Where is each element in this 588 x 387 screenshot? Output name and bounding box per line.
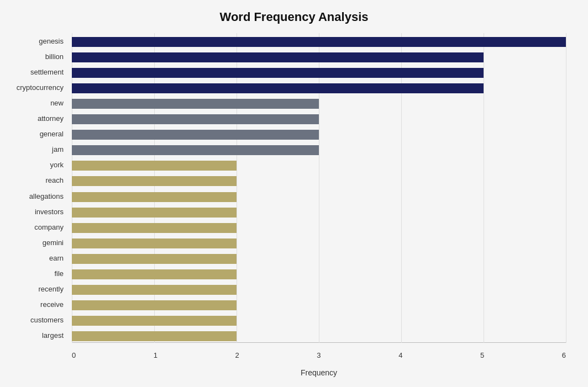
- bar-fill: [72, 130, 319, 140]
- bar-fill: [72, 99, 319, 109]
- y-label: genesis: [39, 37, 64, 45]
- gridline: [72, 33, 72, 343]
- y-label: customers: [30, 315, 64, 324]
- bar-fill: [72, 223, 237, 233]
- y-label: receive: [40, 300, 64, 308]
- y-label: earn: [49, 253, 64, 262]
- bar-row: [72, 315, 566, 327]
- y-label: allegations: [29, 192, 64, 200]
- y-label: general: [40, 130, 64, 138]
- y-label: reach: [45, 176, 64, 184]
- gridline: [319, 33, 319, 343]
- y-label: settlement: [30, 68, 64, 76]
- bar-row: [72, 67, 566, 79]
- bar-row: [72, 253, 566, 265]
- gridline: [484, 33, 484, 343]
- bar-fill: [72, 300, 237, 310]
- bar-fill: [72, 254, 237, 264]
- gridline: [237, 33, 237, 343]
- bar-fill: [72, 331, 237, 341]
- bar-row: [72, 299, 566, 311]
- y-label: investors: [35, 207, 64, 215]
- bar-fill: [72, 192, 237, 202]
- y-label: recently: [38, 284, 64, 293]
- x-tick: 5: [480, 351, 484, 359]
- y-axis-labels: genesisbillionsettlementcryptocurrencyne…: [0, 33, 69, 343]
- bar-row: [72, 160, 566, 172]
- bar-fill: [72, 285, 237, 295]
- chart-title: Word Frequency Analysis: [0, 10, 588, 24]
- y-label: jam: [52, 145, 64, 153]
- bar-fill: [72, 114, 319, 124]
- bar-fill: [72, 68, 484, 78]
- chart-container: Word Frequency Analysis genesisbillionse…: [0, 0, 588, 387]
- y-label: billion: [45, 52, 64, 61]
- y-label: new: [50, 99, 64, 107]
- bar-fill: [72, 269, 237, 279]
- bar-row: [72, 237, 566, 250]
- y-label: company: [34, 222, 64, 231]
- bar-fill: [72, 161, 237, 171]
- bar-row: [72, 82, 566, 94]
- bar-row: [72, 268, 566, 280]
- gridline: [401, 33, 402, 343]
- x-tick: 0: [72, 351, 76, 359]
- y-label: file: [54, 269, 64, 277]
- y-label: largest: [42, 331, 64, 339]
- y-label: attorney: [38, 114, 64, 123]
- x-tick: 2: [235, 351, 239, 359]
- x-axis: 0123456: [72, 351, 566, 359]
- bar-fill: [72, 208, 237, 218]
- bar-row: [72, 144, 566, 156]
- bar-row: [72, 206, 566, 219]
- x-tick: 4: [398, 351, 402, 359]
- chart-area: [72, 33, 566, 343]
- bar-fill: [72, 316, 237, 326]
- bar-row: [72, 36, 566, 48]
- bar-row: [72, 191, 566, 203]
- gridline: [566, 33, 566, 343]
- bar-row: [72, 129, 566, 141]
- y-label: gemini: [43, 238, 64, 246]
- bar-fill: [72, 52, 484, 62]
- bar-row: [72, 98, 566, 110]
- bar-fill: [72, 83, 484, 93]
- bar-row: [72, 175, 566, 187]
- bar-fill: [72, 238, 237, 248]
- bar-row: [72, 113, 566, 125]
- x-tick: 6: [562, 351, 566, 359]
- bar-row: [72, 330, 566, 342]
- bar-row: [72, 51, 566, 63]
- x-tick: 1: [154, 351, 158, 359]
- gridline: [154, 33, 155, 343]
- bar-row: [72, 284, 566, 296]
- bar-fill: [72, 37, 566, 47]
- x-axis-label: Frequency: [72, 368, 566, 377]
- y-label: york: [50, 161, 64, 169]
- bar-fill: [72, 176, 237, 186]
- bar-row: [72, 222, 566, 234]
- y-label: cryptocurrency: [17, 83, 64, 92]
- x-tick: 3: [317, 351, 321, 359]
- bar-fill: [72, 145, 319, 155]
